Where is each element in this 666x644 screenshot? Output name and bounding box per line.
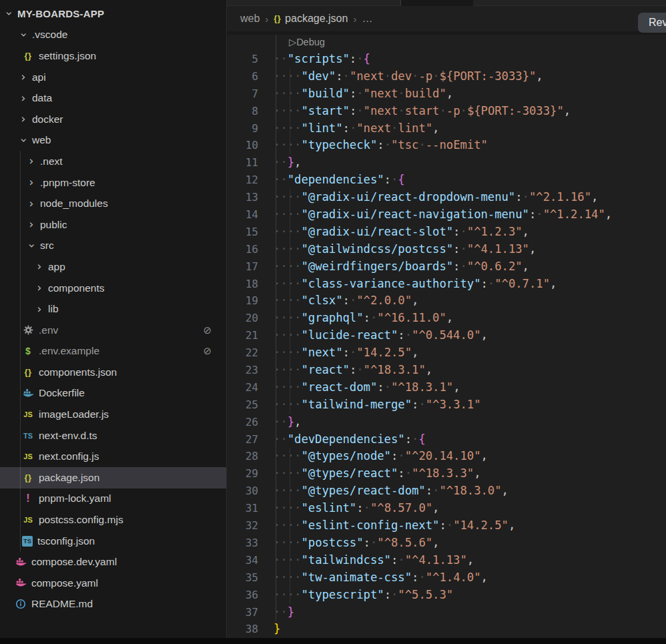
- tree-item-dockerfile[interactable]: Dockerfile: [0, 383, 226, 404]
- code-editor[interactable]: ▷Debug 5··"scripts":·{6····"dev":·"next·…: [227, 35, 666, 638]
- code-text: ····"@weirdfingers/boards":·"^0.6.2",: [274, 258, 529, 276]
- code-line[interactable]: 6····"dev":·"next·dev·-p·${PORT:-3033}",: [227, 68, 666, 85]
- code-line[interactable]: 18····"class-variance-authority":·"^0.7.…: [227, 276, 666, 293]
- tab-partial-left[interactable]: [227, 0, 401, 6]
- tree-item-api[interactable]: ›api: [0, 67, 226, 88]
- code-line[interactable]: 5··"scripts":·{: [227, 51, 666, 68]
- tree-item--env[interactable]: .env⊘: [0, 320, 226, 341]
- codelens-debug-action[interactable]: ▷Debug: [289, 37, 325, 47]
- code-line[interactable]: 24····"react-dom":·"^18.3.1",: [227, 379, 666, 396]
- code-line[interactable]: 11··},: [227, 154, 666, 172]
- tree-item-readme-md[interactable]: README.md: [0, 594, 226, 615]
- tree-item-next-env-d-ts[interactable]: TSnext-env.d.ts: [0, 425, 226, 446]
- tree-item-label: api: [32, 71, 46, 83]
- chevron-down-icon[interactable]: ›: [3, 9, 15, 19]
- chevron-down-icon[interactable]: ›: [18, 30, 29, 39]
- tree-item-pnpm-lock-yaml[interactable]: !pnpm-lock.yaml: [0, 489, 226, 510]
- code-line[interactable]: 12··"dependencies":·{: [227, 172, 666, 189]
- code-line[interactable]: 31····"eslint":·"^8.57.0",: [227, 500, 666, 517]
- line-number: 23: [227, 362, 258, 379]
- tree-item-components[interactable]: ›components: [0, 278, 226, 299]
- code-line[interactable]: 26··},: [227, 414, 666, 431]
- line-number: 17: [227, 258, 258, 276]
- code-line[interactable]: 8····"start":·"next·start·-p·${PORT:-303…: [227, 103, 666, 120]
- chevron-right-icon[interactable]: ›: [27, 198, 36, 210]
- tree-item-data[interactable]: ›data: [0, 87, 226, 109]
- tree-item-compose-yaml[interactable]: compose.yaml: [0, 573, 226, 594]
- line-number: 5: [227, 51, 258, 68]
- tree-item--env-example[interactable]: $.env.example⊘: [0, 341, 226, 362]
- code-line[interactable]: 14····"@radix-ui/react-navigation-menu":…: [227, 206, 666, 224]
- code-line[interactable]: 22····"next":·"14.2.5",: [227, 344, 666, 362]
- tree-item-tsconfig-json[interactable]: TStsconfig.json: [0, 531, 226, 552]
- code-line[interactable]: 32····"eslint-config-next":·"14.2.5",: [227, 517, 666, 535]
- breadcrumb-item[interactable]: …: [362, 13, 372, 25]
- tree-item-node-modules[interactable]: ›node_modules: [0, 193, 226, 214]
- chevron-right-icon[interactable]: ›: [19, 71, 28, 83]
- code-line[interactable]: 35····"tw-animate-css":·"^1.4.0",: [227, 569, 666, 587]
- tree-item-compose-dev-yaml[interactable]: compose.dev.yaml: [0, 551, 226, 573]
- code-line[interactable]: 29····"@types/react":·"^18.3.3",: [227, 465, 666, 482]
- code-line[interactable]: 38}: [227, 621, 666, 638]
- codelens-row: ▷Debug: [227, 35, 666, 51]
- workspace-root-row[interactable]: › MY-BOARDS-APP: [0, 3, 226, 25]
- line-number: 33: [227, 535, 258, 552]
- tree-item--vscode[interactable]: ›.vscode: [0, 25, 226, 46]
- tree-item--pnpm-store[interactable]: ›.pnpm-store: [0, 172, 226, 194]
- code-line[interactable]: 17····"@weirdfingers/boards":·"^0.6.2",: [227, 258, 666, 276]
- code-text: ····"react":·"^18.3.1",: [274, 362, 432, 379]
- chevron-right-icon[interactable]: ›: [35, 304, 44, 315]
- code-line[interactable]: 27··"devDependencies":·{: [227, 431, 666, 448]
- chevron-down-icon[interactable]: ›: [26, 241, 37, 250]
- code-line[interactable]: 9····"lint":·"next·lint",: [227, 120, 666, 137]
- code-line[interactable]: 15····"@radix-ui/react-slot":·"^1.2.3",: [227, 224, 666, 241]
- tree-item-label: web: [32, 134, 51, 146]
- json-icon: {}: [22, 51, 34, 61]
- chevron-down-icon[interactable]: ›: [18, 135, 29, 145]
- code-line[interactable]: 21····"lucide-react":·"^0.544.0",: [227, 327, 666, 344]
- code-line[interactable]: 23····"react":·"^18.3.1",: [227, 362, 666, 379]
- code-text: ····"lucide-react":·"^0.544.0",: [274, 327, 488, 344]
- tab-partial-active[interactable]: [401, 0, 473, 6]
- code-line[interactable]: 16····"@tailwindcss/postcss":·"^4.1.13",: [227, 241, 666, 258]
- code-line[interactable]: 33····"postcss":·"^8.5.6",: [227, 535, 666, 552]
- chevron-right-icon[interactable]: ›: [35, 261, 44, 272]
- tree-item-package-json[interactable]: {}package.json: [0, 467, 226, 489]
- tree-item-label: compose.dev.yaml: [31, 556, 117, 568]
- chevron-right-icon[interactable]: ›: [27, 219, 36, 230]
- tree-item-src[interactable]: ›src: [0, 236, 226, 257]
- chevron-right-icon[interactable]: ›: [19, 113, 28, 125]
- code-line[interactable]: 20····"graphql":·"^16.11.0",: [227, 310, 666, 327]
- review-button[interactable]: Revi: [638, 13, 666, 33]
- tree-item--next[interactable]: ›.next: [0, 151, 226, 172]
- chevron-right-icon[interactable]: ›: [27, 155, 36, 167]
- code-line[interactable]: 28····"@types/node":·"^20.14.10",: [227, 448, 666, 465]
- chevron-right-icon[interactable]: ›: [19, 93, 28, 104]
- explorer-sidebar: › MY-BOARDS-APP ›.vscode{}settings.json›…: [0, 0, 226, 638]
- tree-item-app[interactable]: ›app: [0, 256, 226, 278]
- code-line[interactable]: 30····"@types/react-dom":·"^18.3.0",: [227, 482, 666, 500]
- chevron-right-icon[interactable]: ›: [35, 282, 44, 294]
- code-line[interactable]: 34····"tailwindcss":·"^4.1.13",: [227, 552, 666, 569]
- line-number: 24: [227, 379, 258, 396]
- tree-item-settings-json[interactable]: {}settings.json: [0, 45, 226, 67]
- breadcrumb-item[interactable]: web: [240, 13, 260, 25]
- chevron-right-icon[interactable]: ›: [27, 177, 36, 188]
- code-line[interactable]: 10····"typecheck":·"tsc·--noEmit": [227, 137, 666, 154]
- breadcrumb-item[interactable]: package.json: [285, 13, 348, 25]
- tree-item-imageloader-js[interactable]: JSimageLoader.js: [0, 404, 226, 425]
- tree-item-web[interactable]: ›web: [0, 130, 226, 151]
- code-line[interactable]: 13····"@radix-ui/react-dropdown-menu":·"…: [227, 189, 666, 206]
- code-line[interactable]: 25····"tailwind-merge":·"^3.3.1": [227, 396, 666, 414]
- tree-item-next-config-js[interactable]: JSnext.config.js: [0, 446, 226, 467]
- code-line[interactable]: 37··}: [227, 604, 666, 621]
- tree-item-docker[interactable]: ›docker: [0, 109, 226, 130]
- code-text: ····"graphql":·"^16.11.0",: [274, 310, 453, 327]
- code-line[interactable]: 7····"build":·"next·build",: [227, 85, 666, 103]
- tree-item-lib[interactable]: ›lib: [0, 298, 226, 320]
- code-line[interactable]: 36····"typescript":·"^5.5.3": [227, 587, 666, 604]
- tree-item-public[interactable]: ›public: [0, 214, 226, 236]
- code-line[interactable]: 19····"clsx":·"^2.0.0",: [227, 292, 666, 310]
- tree-item-components-json[interactable]: {}components.json: [0, 362, 226, 383]
- tree-item-postcss-config-mjs[interactable]: JSpostcss.config.mjs: [0, 509, 226, 531]
